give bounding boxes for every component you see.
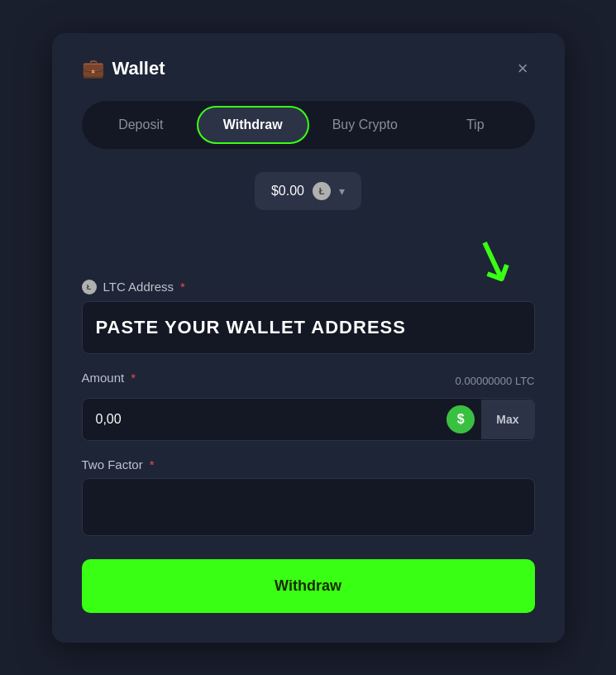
two-factor-label: Two Factor * (82, 457, 535, 472)
amount-required: * (131, 371, 136, 385)
modal-header: 💼 Wallet × (82, 56, 535, 81)
tab-buy-crypto[interactable]: Buy Crypto (311, 106, 420, 144)
arrow-indicator: ↙ (82, 230, 518, 288)
amount-balance-display: 0.00000000 LTC (456, 375, 535, 387)
amount-label-text: Amount (82, 371, 125, 385)
modal-title: Wallet (112, 58, 165, 79)
amount-header: Amount * 0.00000000 LTC (82, 371, 535, 391)
close-button[interactable]: × (511, 56, 535, 81)
balance-amount: $0.00 (271, 184, 304, 199)
chevron-down-icon: ▾ (339, 184, 345, 198)
two-factor-label-text: Two Factor (82, 457, 143, 472)
amount-label: Amount * (82, 371, 136, 385)
header-left: 💼 Wallet (82, 58, 165, 79)
green-arrow-icon: ↙ (461, 223, 526, 294)
dollar-icon: $ (446, 405, 475, 433)
amount-input-row: $ Max (82, 398, 535, 441)
withdraw-button[interactable]: Withdraw (82, 559, 535, 613)
ltc-coin-icon: Ł (313, 182, 331, 200)
balance-row: $0.00 Ł ▾ (82, 172, 535, 210)
tab-deposit[interactable]: Deposit (87, 106, 196, 144)
tab-bar: Deposit Withdraw Buy Crypto Tip (82, 101, 535, 149)
tab-tip[interactable]: Tip (421, 106, 530, 144)
two-factor-required: * (150, 457, 155, 472)
balance-selector[interactable]: $0.00 Ł ▾ (255, 172, 361, 210)
max-button[interactable]: Max (481, 400, 533, 439)
ltc-address-input[interactable] (82, 301, 535, 354)
tab-withdraw[interactable]: Withdraw (197, 106, 309, 144)
two-factor-input[interactable] (82, 478, 535, 536)
ltc-address-group: Ł LTC Address * (82, 280, 535, 354)
wallet-modal: 💼 Wallet × Deposit Withdraw Buy Crypto T… (52, 33, 565, 643)
two-factor-group: Two Factor * (82, 457, 535, 536)
wallet-icon: 💼 (82, 58, 104, 79)
amount-input[interactable] (83, 399, 447, 440)
amount-group: Amount * 0.00000000 LTC $ Max (82, 371, 535, 441)
